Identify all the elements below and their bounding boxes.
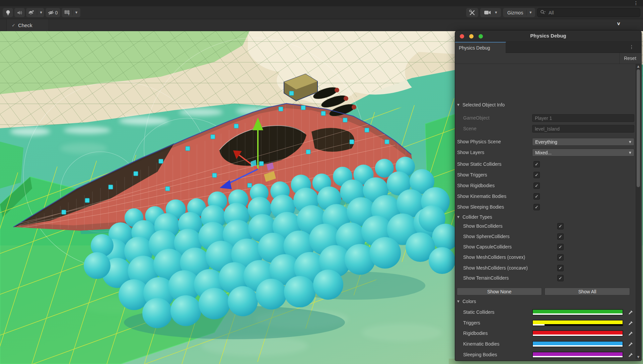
row-label: Show MeshColliders (concave): [463, 265, 528, 271]
row-label: Triggers: [463, 320, 480, 325]
eyedropper-icon[interactable]: [627, 341, 634, 348]
scene-effects-button[interactable]: ▼: [26, 8, 44, 17]
tab-physics-debug[interactable]: Physics Debug: [455, 42, 506, 53]
show-terraincolliders-row: Show TerrainColliders ✓: [455, 274, 642, 282]
collider-types-foldout[interactable]: ▼ Collider Types: [455, 213, 642, 221]
grid-visibility-button[interactable]: Y ▼: [62, 8, 80, 17]
overlay-collapse-marker[interactable]: v: [617, 20, 620, 26]
gameobject-field: Player 1: [532, 114, 634, 122]
kinematic-bodies-color-swatch[interactable]: [532, 341, 623, 347]
check-label: Check: [18, 22, 32, 28]
show-layers-row: Show Layers Mixed... ▼: [455, 149, 642, 157]
scene-search-field[interactable]: [537, 8, 640, 17]
scroll-up-icon[interactable]: ▲: [636, 65, 641, 68]
gizmos-dropdown[interactable]: Gizmos ▼: [503, 8, 535, 17]
show-meshcolliders-concave-checkbox[interactable]: ✓: [557, 265, 564, 271]
search-input[interactable]: [548, 10, 637, 16]
hidden-objects-button[interactable]: 0: [46, 8, 60, 17]
show-spherecolliders-checkbox[interactable]: ✓: [557, 233, 564, 240]
reset-button[interactable]: Reset: [619, 53, 641, 64]
show-triggers-checkbox[interactable]: ✓: [533, 172, 540, 178]
alpha-bar: [533, 335, 623, 336]
grid-icon: Y: [63, 10, 72, 16]
foldout-label: Colors: [462, 299, 476, 304]
field-value: level_Island: [535, 126, 560, 132]
show-terraincolliders-checkbox[interactable]: ✓: [557, 275, 564, 281]
show-meshcolliders-convex-checkbox[interactable]: ✓: [557, 254, 564, 261]
triggers-color-swatch[interactable]: [532, 320, 623, 326]
show-capsulecolliders-row: Show CapsuleColliders ✓: [455, 243, 642, 251]
scene-audio-button[interactable]: [14, 8, 25, 17]
sleeping-bodies-color-swatch[interactable]: [532, 352, 623, 358]
scrollbar-thumb[interactable]: [637, 69, 640, 187]
colors-foldout[interactable]: ▼ Colors: [455, 298, 642, 306]
scene-tools-button[interactable]: [466, 8, 478, 17]
show-none-button[interactable]: Show None: [457, 288, 542, 295]
scene-overlay-bar: ✓ Check v: [0, 19, 643, 31]
dropdown-value: Everything: [535, 139, 557, 145]
gizmos-label: Gizmos: [505, 10, 526, 15]
foldout-arrow-icon: ▼: [457, 300, 459, 303]
scene-camera-button[interactable]: ▼: [480, 8, 501, 17]
show-static-colliders-checkbox[interactable]: ✓: [533, 161, 540, 167]
window-titlebar[interactable]: Physics Debug: [455, 30, 641, 42]
panel-toolbar: Reset: [455, 53, 641, 64]
camera-icon: [482, 10, 493, 15]
triggers-color-row: Triggers: [455, 319, 642, 327]
chevron-down-icon[interactable]: ▼: [38, 11, 44, 14]
eyedropper-icon[interactable]: [627, 320, 634, 326]
svg-text:Y: Y: [68, 13, 70, 16]
show-sleeping-bodies-checkbox[interactable]: ✓: [533, 204, 540, 210]
show-all-button[interactable]: Show All: [545, 288, 630, 295]
vertical-scrollbar[interactable]: ▲ ▼: [636, 64, 641, 359]
chevron-down-icon[interactable]: ▼: [493, 11, 499, 14]
speaker-icon: [17, 10, 23, 15]
overlay-bar-stub: [0, 19, 7, 31]
divider: [526, 10, 527, 15]
show-boxcolliders-checkbox[interactable]: ✓: [557, 223, 564, 229]
alpha-bar: [533, 324, 623, 325]
show-sleeping-bodies-row: Show Sleeping Bodies ✓: [455, 203, 642, 211]
scene-field: level_Island: [532, 125, 634, 133]
row-label: Show TerrainColliders: [463, 275, 509, 281]
scroll-down-icon[interactable]: ▼: [636, 355, 641, 359]
show-meshcolliders-concave-row: Show MeshColliders (concave) ✓: [455, 264, 642, 272]
show-capsulecolliders-checkbox[interactable]: ✓: [557, 244, 564, 250]
divider: [37, 10, 37, 15]
show-buttons-row: Show None Show All: [455, 288, 642, 296]
show-static-colliders-row: Show Static Colliders ✓: [455, 160, 642, 168]
show-physics-scene-dropdown[interactable]: Everything ▼: [532, 138, 634, 146]
static-colliders-color-swatch[interactable]: [532, 309, 623, 315]
hidden-count: 0: [55, 10, 58, 15]
row-label: Show Rigidbodies: [457, 183, 495, 188]
show-kinematic-bodies-checkbox[interactable]: ✓: [533, 193, 540, 200]
row-label: Kinematic Bodies: [463, 341, 499, 347]
kinematic-bodies-color-row: Kinematic Bodies: [455, 340, 642, 348]
chevron-down-icon: ▼: [527, 11, 533, 14]
row-label: Static Colliders: [463, 309, 494, 315]
show-layers-dropdown[interactable]: Mixed... ▼: [532, 149, 634, 156]
tools-icon: [469, 9, 476, 16]
selected-object-info-foldout[interactable]: ▼ Selected Object Info: [455, 101, 642, 109]
scene-lighting-button[interactable]: [3, 8, 13, 17]
show-rigidbodies-checkbox[interactable]: ✓: [533, 183, 540, 189]
chevron-down-icon[interactable]: ▼: [73, 11, 79, 14]
eyedropper-icon[interactable]: [627, 352, 634, 358]
alpha-bar: [533, 356, 623, 357]
scene-row: Scene level_Island: [455, 125, 642, 133]
foldout-arrow-icon: ▼: [457, 103, 459, 106]
eyedropper-icon[interactable]: [627, 330, 634, 337]
dropdown-value: Mixed...: [535, 150, 552, 155]
row-label: Sleeping Bodies: [463, 352, 497, 357]
eyedropper-icon[interactable]: [627, 309, 634, 316]
row-label: Show MeshColliders (convex): [463, 254, 525, 260]
panel-content: ▼ Selected Object Info GameObject Player…: [455, 64, 641, 361]
rigidbodies-color-swatch[interactable]: [532, 330, 623, 337]
kebab-menu-icon[interactable]: ⋮: [634, 0, 638, 6]
row-label: Show BoxColliders: [463, 223, 503, 229]
show-rigidbodies-row: Show Rigidbodies ✓: [455, 182, 642, 190]
tab-menu-icon[interactable]: ⋮: [629, 44, 634, 50]
check-toggle[interactable]: ✓ Check: [7, 19, 49, 31]
eye-off-icon: [48, 10, 54, 15]
foldout-label: Collider Types: [462, 214, 492, 220]
